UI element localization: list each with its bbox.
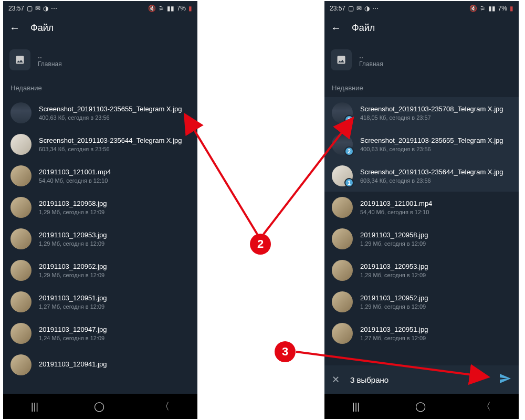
folder-up-label: .. bbox=[359, 52, 383, 59]
file-meta: 54,40 Мб, сегодня в 12:10 bbox=[360, 209, 511, 215]
file-thumbnail bbox=[10, 323, 32, 344]
file-thumbnail: 1 bbox=[332, 165, 353, 186]
file-row[interactable]: Screenshot_20191103-235644_Telegram X.jp… bbox=[3, 129, 197, 160]
phone-screen-left: 23:57 ▢ ✉ ◑ ⋯ 🔇 ⚞ ▮▮ 7% ▮ ← Файл .. Глав… bbox=[3, 1, 197, 419]
file-meta: 1,24 Мб, сегодня в 12:09 bbox=[39, 335, 190, 341]
status-bar: 23:57 ▢ ✉ ◑ ⋯ 🔇 ⚞ ▮▮ 7% ▮ bbox=[3, 1, 197, 16]
app-bar: ← Файл bbox=[3, 16, 197, 40]
app-bar: ← Файл bbox=[324, 16, 519, 40]
telegram-icon: ◑ bbox=[364, 5, 370, 12]
file-thumbnail: 3 bbox=[332, 102, 353, 123]
file-thumbnail bbox=[10, 228, 32, 249]
file-thumbnail bbox=[10, 291, 32, 312]
file-name: Screenshot_20191103-235708_Telegram X.jp… bbox=[360, 105, 511, 113]
home-button[interactable]: ◯ bbox=[94, 401, 104, 412]
file-row[interactable]: 20191103_120958.jpg1,29 Мб, сегодня в 12… bbox=[324, 223, 519, 255]
selection-badge: 3 bbox=[344, 115, 354, 124]
folder-up-label: .. bbox=[38, 52, 62, 59]
android-nav-bar: ||| ◯ 〈 bbox=[3, 394, 197, 419]
file-meta: 1,29 Мб, сегодня в 12:09 bbox=[360, 272, 511, 278]
file-name: Screenshot_20191103-235644_Telegram X.jp… bbox=[360, 168, 511, 176]
status-bar: 23:57 ▢ ✉ ◑ ⋯ 🔇 ⚞ ▮▮ 7% ▮ bbox=[324, 1, 519, 16]
file-thumbnail bbox=[332, 197, 353, 218]
file-meta: 1,29 Мб, сегодня в 12:09 bbox=[360, 303, 511, 310]
clear-selection-button[interactable]: ✕ bbox=[332, 374, 340, 385]
page-title: Файл bbox=[30, 23, 54, 34]
file-meta: 1,27 Мб, сегодня в 12:09 bbox=[39, 303, 190, 310]
battery-text: 7% bbox=[498, 5, 507, 12]
file-meta: 54,40 Мб, сегодня в 12:10 bbox=[39, 177, 190, 184]
file-meta: 1,29 Мб, сегодня в 12:09 bbox=[39, 209, 190, 215]
back-button[interactable]: ← bbox=[9, 22, 20, 34]
file-row[interactable]: 2Screenshot_20191103-235655_Telegram X.j… bbox=[324, 129, 519, 160]
file-name: 20191103_120958.jpg bbox=[360, 231, 511, 239]
file-name: 20191103_120953.jpg bbox=[360, 262, 511, 270]
file-row[interactable]: 20191103_120941.jpg bbox=[3, 349, 197, 381]
file-thumbnail: 2 bbox=[332, 134, 353, 155]
selection-bar: ✕ 3 выбрано bbox=[324, 365, 519, 394]
file-meta: 603,34 Кб, сегодня в 23:56 bbox=[39, 146, 190, 152]
file-meta: 418,05 Кб, сегодня в 23:57 bbox=[360, 114, 511, 121]
file-thumbnail bbox=[10, 102, 32, 123]
folder-up-row[interactable]: .. Главная bbox=[3, 40, 197, 80]
home-button[interactable]: ◯ bbox=[415, 401, 426, 412]
file-name: 20191103_120947.jpg bbox=[39, 326, 190, 333]
file-thumbnail bbox=[332, 323, 353, 344]
signal-icon: ▮▮ bbox=[167, 5, 174, 12]
image-icon bbox=[331, 49, 352, 70]
file-name: 20191103_120952.jpg bbox=[39, 262, 190, 270]
android-nav-bar: ||| ◯ 〈 bbox=[324, 394, 519, 419]
wifi-icon: ⚞ bbox=[159, 5, 164, 12]
file-meta: 400,63 Кб, сегодня в 23:56 bbox=[360, 146, 511, 152]
file-name: Screenshot_20191103-235644_Telegram X.jp… bbox=[39, 136, 190, 144]
file-row[interactable]: 20191103_120951.jpg1,27 Мб, сегодня в 12… bbox=[324, 318, 519, 349]
file-row[interactable]: 20191103_120952.jpg1,29 Мб, сегодня в 12… bbox=[3, 255, 197, 286]
file-meta: 400,63 Кб, сегодня в 23:56 bbox=[39, 114, 190, 121]
battery-icon: ▮ bbox=[188, 5, 192, 12]
file-row[interactable]: 20191103_121001.mp454,40 Мб, сегодня в 1… bbox=[324, 192, 519, 223]
file-row[interactable]: 20191103_120953.jpg1,29 Мб, сегодня в 12… bbox=[324, 255, 519, 286]
file-meta: 1,29 Мб, сегодня в 12:09 bbox=[39, 240, 190, 247]
file-name: 20191103_121001.mp4 bbox=[360, 200, 511, 207]
status-time: 23:57 bbox=[330, 5, 345, 12]
recents-button[interactable]: ||| bbox=[31, 401, 38, 412]
file-row[interactable]: 20191103_120952.jpg1,29 Мб, сегодня в 12… bbox=[324, 286, 519, 318]
folder-home-label: Главная bbox=[359, 60, 383, 68]
wifi-icon: ⚞ bbox=[480, 5, 486, 12]
file-row[interactable]: 20191103_121001.mp454,40 Мб, сегодня в 1… bbox=[3, 160, 197, 192]
file-thumbnail bbox=[10, 354, 32, 375]
back-button[interactable]: ← bbox=[331, 22, 341, 34]
file-meta: 1,27 Мб, сегодня в 12:09 bbox=[360, 335, 511, 341]
file-thumbnail bbox=[10, 165, 32, 186]
recents-button[interactable]: ||| bbox=[352, 401, 360, 412]
file-row[interactable]: 20191103_120958.jpg1,29 Мб, сегодня в 12… bbox=[3, 192, 197, 223]
file-meta: 603,34 Кб, сегодня в 23:56 bbox=[360, 177, 511, 184]
back-nav-button[interactable]: 〈 bbox=[481, 400, 491, 413]
file-name: 20191103_120951.jpg bbox=[39, 294, 190, 302]
file-row[interactable]: 20191103_120951.jpg1,27 Мб, сегодня в 12… bbox=[3, 286, 197, 318]
file-thumbnail bbox=[10, 197, 32, 218]
file-thumbnail bbox=[332, 228, 353, 249]
battery-text: 7% bbox=[177, 5, 186, 12]
file-row[interactable]: 3Screenshot_20191103-235708_Telegram X.j… bbox=[324, 97, 519, 129]
selection-badge: 2 bbox=[344, 146, 354, 156]
back-nav-button[interactable]: 〈 bbox=[160, 400, 170, 413]
file-name: Screenshot_20191103-235655_Telegram X.jp… bbox=[39, 105, 190, 113]
file-row[interactable]: 20191103_120947.jpg1,24 Мб, сегодня в 12… bbox=[3, 318, 197, 349]
file-name: 20191103_120951.jpg bbox=[360, 326, 511, 333]
folder-up-row[interactable]: .. Главная bbox=[324, 40, 519, 80]
mute-icon: 🔇 bbox=[148, 5, 156, 12]
file-name: 20191103_120958.jpg bbox=[39, 200, 190, 207]
file-name: 20191103_120953.jpg bbox=[39, 231, 190, 239]
more-icon: ⋯ bbox=[51, 5, 57, 12]
telegram-icon: ◑ bbox=[43, 5, 48, 12]
file-row[interactable]: 1Screenshot_20191103-235644_Telegram X.j… bbox=[324, 160, 519, 192]
file-name: 20191103_121001.mp4 bbox=[39, 168, 190, 176]
mail-icon: ✉ bbox=[356, 5, 362, 12]
file-row[interactable]: 20191103_120953.jpg1,29 Мб, сегодня в 12… bbox=[3, 223, 197, 255]
send-button[interactable] bbox=[499, 372, 511, 387]
file-thumbnail bbox=[10, 260, 32, 281]
image-icon bbox=[9, 49, 30, 70]
file-row[interactable]: Screenshot_20191103-235655_Telegram X.jp… bbox=[3, 97, 197, 129]
selection-count: 3 выбрано bbox=[350, 375, 499, 384]
